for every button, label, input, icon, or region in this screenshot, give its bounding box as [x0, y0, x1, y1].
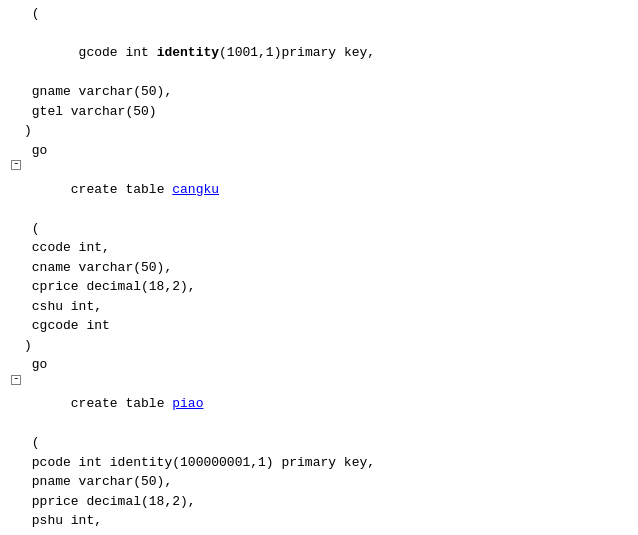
code-content: gcode int identity(1001,1)primary key, [24, 24, 630, 83]
collapse-box[interactable] [11, 375, 21, 385]
collapse-gutter[interactable] [8, 375, 24, 385]
code-content: cshu int, [24, 297, 630, 317]
code-content: go [24, 141, 630, 161]
code-line: pprice decimal(18,2), [8, 492, 630, 512]
code-content: gname varchar(50), [24, 82, 630, 102]
code-content: cgcode int [24, 316, 630, 336]
table-name-link[interactable]: cangku [172, 182, 219, 197]
code-line: pzong decimal [8, 531, 630, 536]
code-content: ) [24, 336, 630, 356]
code-line: ( [8, 219, 630, 239]
code-editor: ( gcode int identity(1001,1)primary key,… [0, 0, 638, 535]
code-line: ( [8, 4, 630, 24]
code-content: pname varchar(50), [24, 472, 630, 492]
code-content: pzong decimal [24, 531, 630, 536]
code-content: cprice decimal(18,2), [24, 277, 630, 297]
code-content: pcode int identity(100000001,1) primary … [24, 453, 630, 473]
code-line: cprice decimal(18,2), [8, 277, 630, 297]
code-line: pname varchar(50), [8, 472, 630, 492]
code-line: ) [8, 121, 630, 141]
code-line: gtel varchar(50) [8, 102, 630, 122]
code-content: go [24, 355, 630, 375]
code-line: ) [8, 336, 630, 356]
code-content: cname varchar(50), [24, 258, 630, 278]
code-content: create table cangku [24, 160, 630, 219]
code-line: ccode int, [8, 238, 630, 258]
code-line: cshu int, [8, 297, 630, 317]
code-line: gname varchar(50), [8, 82, 630, 102]
code-line: gcode int identity(1001,1)primary key, [8, 24, 630, 83]
code-line: create table cangku [8, 160, 630, 219]
code-line: cname varchar(50), [8, 258, 630, 278]
code-line: pcode int identity(100000001,1) primary … [8, 453, 630, 473]
code-content: ( [24, 4, 630, 24]
code-content: create table piao [24, 375, 630, 434]
code-content: ( [24, 433, 630, 453]
table-name-link[interactable]: piao [172, 396, 203, 411]
code-line: go [8, 355, 630, 375]
code-line: pshu int, [8, 511, 630, 531]
code-line: create table piao [8, 375, 630, 434]
code-content: pprice decimal(18,2), [24, 492, 630, 512]
code-line: cgcode int [8, 316, 630, 336]
collapse-gutter[interactable] [8, 160, 24, 170]
code-content: ) [24, 121, 630, 141]
code-content: ( [24, 219, 630, 239]
code-content: pshu int, [24, 511, 630, 531]
code-content: gtel varchar(50) [24, 102, 630, 122]
code-line: ( [8, 433, 630, 453]
code-line: go [8, 141, 630, 161]
code-content: ccode int, [24, 238, 630, 258]
collapse-box[interactable] [11, 160, 21, 170]
